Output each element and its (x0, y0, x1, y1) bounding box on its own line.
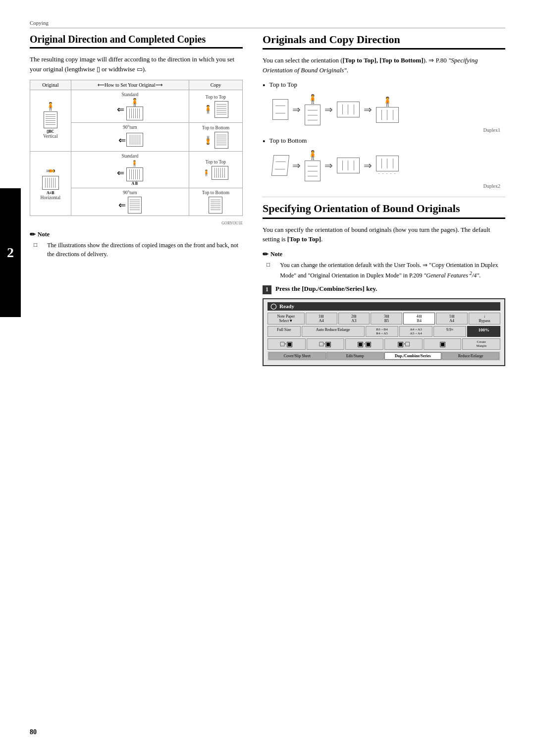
top-to-bottom-h: Top to Bottom (191, 190, 241, 195)
arrow-right-4: ⇒ (292, 160, 301, 171)
arrow-right-6: ⇒ (364, 160, 372, 171)
vertical-standard-method: Standard ⇐ 🧍 (71, 90, 189, 123)
top-to-top-diagram: ⇒ 🧍 ⇒ (263, 94, 505, 125)
side-number: 2 (7, 245, 14, 261)
top-to-top-1: Top to Top (191, 95, 241, 100)
line-7 (275, 169, 285, 169)
edit-stamp-tab[interactable]: Edit/Stamp (326, 352, 384, 360)
line-10 (308, 176, 318, 176)
90turn-label-h: 90°turn (73, 190, 187, 195)
b3-b4-btn[interactable]: B3→B4R4→A5 (366, 326, 399, 337)
right-note-text: You can change the orientation default w… (273, 261, 505, 280)
line-3 (308, 110, 318, 110)
tray-1-btn[interactable]: 1⊟A4 (306, 313, 337, 324)
paper-result-h2 (209, 197, 222, 214)
horizontal-90turn-result: Top to Bottom (189, 188, 242, 216)
display-row-3: □·▣ □·▣ ▣·▣ ▣·□ ▣ CreateMargin (268, 338, 500, 350)
icon-btn-5[interactable]: ▣ (424, 338, 462, 350)
bullet-label-2: Top to Bottom (269, 137, 307, 145)
content-columns: Original Direction and Completed Copies … (30, 33, 505, 366)
sheet-original-p2 (271, 155, 289, 176)
line-4 (308, 115, 318, 115)
left-note-title: ✏ Note (30, 230, 243, 239)
col-howto: ⟵How to Set Your Original⟶ (71, 80, 189, 90)
line-6 (276, 162, 286, 162)
dup-combine-tab[interactable]: Dup./Combine/Series (384, 352, 442, 360)
line-v8 (348, 161, 348, 170)
zoom-ratio-btn[interactable]: 9.9× (433, 326, 467, 337)
right-section1-body: You can select the orientation ([Top to … (263, 55, 505, 75)
line-v3 (354, 105, 354, 114)
left-note-text: The illustrations show the directions of… (40, 241, 243, 259)
person-glyph-h: 🧍 (47, 166, 54, 176)
note-label-2: Note (270, 251, 282, 258)
icon-btn-2[interactable]: □·▣ (307, 338, 345, 350)
abc-label-v: ▯BC (47, 129, 54, 134)
tray-5-btn[interactable]: 1⊟A4 (436, 313, 468, 324)
icon-btn-1[interactable]: □·▣ (268, 338, 306, 350)
line-v6 (393, 110, 393, 120)
line-9 (308, 171, 318, 171)
right-column: Originals and Copy Direction You can sel… (263, 33, 505, 366)
vertical-text: Vertical (32, 134, 69, 139)
sheet-result-2 (337, 158, 360, 173)
top-to-top-h: Top to Top (191, 160, 241, 164)
vertical-original-figure: 🧍 ▯BC (32, 103, 69, 134)
duplex1-label: Duplex1 (263, 127, 505, 133)
vertical-label: 🧍 ▯BC Vertical (30, 90, 71, 152)
reduce-enlarge-tab[interactable]: Reduce/Enlarge (442, 352, 499, 360)
tray-2-btn[interactable]: 2⊟A3 (338, 313, 370, 324)
line-8 (308, 166, 318, 166)
bypass-btn[interactable]: ↓Bypass (469, 313, 500, 324)
display-row-1: Note PaperSelect▼ 1⊟A4 2⊟A3 3⊟B5 4⊟B4 1⊟… (268, 313, 500, 324)
tray-3-btn[interactable]: 3⊟B5 (371, 313, 402, 324)
horizontal-standard-method: Standard ⇐ 🧍 A B (71, 152, 189, 188)
vertical-90turn-result: Top to Bottom 🧍 (189, 123, 242, 152)
sheet-lines-2 (308, 108, 318, 122)
full-size-btn[interactable]: Full Size (268, 326, 301, 337)
paper-vlined-1 (126, 107, 143, 120)
right-section2-body: You can specify the orientation of bound… (263, 225, 505, 244)
arrow-left-4: ⇐ (118, 201, 126, 210)
left-column: Original Direction and Completed Copies … (30, 33, 243, 366)
step1-label: Press the [Dup./Combine/Series] key. (275, 285, 377, 293)
line-2 (275, 113, 285, 113)
left-note-section: ✏ Note □ The illustrations show the dire… (30, 230, 243, 259)
display-row-2: Full Size Auto Reduce/Enlarge B3→B4R4→A5… (268, 326, 500, 337)
create-margin-btn[interactable]: CreateMargin (462, 338, 500, 350)
cover-slip-tab[interactable]: Cover/Slip Sheet (268, 352, 326, 360)
abc-label-h: A≡B (47, 191, 54, 195)
horizontal-90turn-method: 90°turn ⇐ (71, 188, 189, 216)
vertical-standard-result: Top to Top 🧍 (189, 90, 242, 123)
line-v7 (342, 161, 343, 170)
icon-btn-3[interactable]: ▣·▣ (345, 338, 383, 350)
note-paper-btn[interactable]: Note PaperSelect▼ (268, 313, 305, 324)
right-section1-title: Originals and Copy Direction (263, 33, 505, 50)
person-result-v1: 🧍 (203, 106, 213, 113)
person-glyph: 🧍 (46, 103, 55, 110)
tray-4-btn[interactable]: 4⊟B4 (403, 313, 435, 324)
sheet-lines-5 (274, 158, 286, 173)
page-number: 80 (30, 728, 37, 736)
icon-btn-4[interactable]: ▣·□ (384, 338, 423, 350)
top-label: Copying (30, 20, 505, 28)
paper-90-v (126, 133, 143, 147)
zoom-100-btn[interactable]: 100% (467, 326, 500, 337)
paper-h (42, 176, 59, 190)
person-top-top: 🧍 (307, 94, 318, 105)
sheet-result-1 (337, 102, 360, 117)
person-top-bottom: 🧍 (307, 150, 318, 161)
standard-label-h: Standard (73, 154, 187, 159)
horizontal-text: Horizontal (32, 195, 69, 200)
line-v11 (387, 159, 387, 168)
right-section2-title: Specifying Orientation of Bound Original… (263, 202, 505, 218)
direction-table: Original ⟵How to Set Your Original⟶ Copy… (30, 80, 243, 216)
line-v4 (381, 110, 382, 120)
person-result-v2: 🧍 (203, 136, 213, 144)
auto-reduce-btn[interactable]: Auto Reduce/Enlarge (302, 326, 365, 337)
left-body-text: The resulting copy image will differ acc… (30, 54, 243, 74)
horizontal-standard-result: Top to Top 🧍 (189, 152, 242, 188)
a4-a3-btn[interactable]: A4→A3A5→A4 (399, 326, 432, 337)
sheet-scanning-2 (305, 161, 321, 181)
arrow-left-3: ⇐ (117, 168, 124, 177)
